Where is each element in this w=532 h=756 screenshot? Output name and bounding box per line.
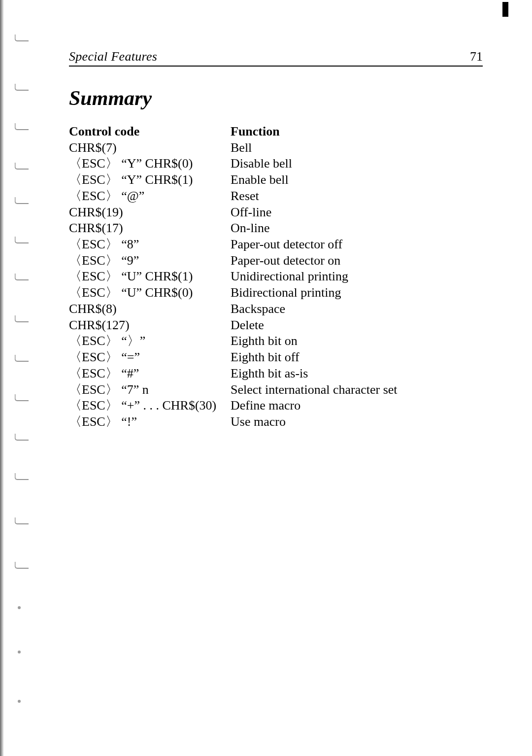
binding-mark bbox=[15, 274, 29, 280]
code-cell: CHR$(7) bbox=[69, 140, 222, 156]
func-cell: Off-line bbox=[231, 205, 483, 220]
func-cell: Reset bbox=[231, 188, 483, 204]
code-cell: 〈ESC〉 “#” bbox=[69, 366, 222, 381]
summary-table: Control code Function CHR$(7) Bell 〈ESC〉… bbox=[69, 124, 483, 430]
code-cell: 〈ESC〉 “!” bbox=[69, 414, 222, 430]
binding-mark bbox=[15, 562, 29, 569]
binding-mark bbox=[18, 700, 21, 703]
code-cell: CHR$(19) bbox=[69, 205, 222, 220]
scan-artifact-binding-marks bbox=[3, 0, 33, 756]
code-cell: 〈ESC〉 “U” CHR$(0) bbox=[69, 285, 222, 301]
binding-mark bbox=[15, 197, 29, 204]
code-cell: 〈ESC〉 “@” bbox=[69, 188, 222, 204]
page: Special Features 71 Summary Control code… bbox=[0, 0, 532, 756]
binding-mark bbox=[15, 123, 29, 130]
header-page-number: 71 bbox=[470, 49, 483, 64]
col-header-code: Control code bbox=[69, 124, 222, 139]
func-cell: On-line bbox=[231, 220, 483, 236]
func-cell: Define macro bbox=[231, 398, 483, 413]
func-cell: Disable bell bbox=[231, 156, 483, 172]
binding-mark bbox=[15, 355, 29, 362]
binding-mark bbox=[15, 237, 29, 243]
func-cell: Eighth bit on bbox=[231, 333, 483, 349]
func-cell: Eighth bit as-is bbox=[231, 366, 483, 381]
func-cell: Use macro bbox=[231, 414, 483, 430]
col-header-func: Function bbox=[231, 124, 483, 139]
code-cell: 〈ESC〉 “Y” CHR$(0) bbox=[69, 156, 222, 172]
func-cell: Select international character set bbox=[231, 382, 483, 398]
scan-artifact-binding-edge bbox=[0, 0, 4, 756]
binding-mark bbox=[15, 315, 29, 322]
binding-mark bbox=[15, 473, 29, 480]
func-cell: Paper-out detector on bbox=[231, 253, 483, 269]
func-cell: Delete bbox=[231, 317, 483, 333]
code-cell: 〈ESC〉 “7” n bbox=[69, 382, 222, 398]
header-section: Special Features bbox=[69, 49, 157, 64]
func-cell: Unidirectional printing bbox=[231, 269, 483, 284]
code-cell: 〈ESC〉 “9” bbox=[69, 253, 222, 269]
code-cell: 〈ESC〉 “〉” bbox=[69, 333, 222, 349]
binding-mark bbox=[15, 434, 29, 441]
binding-mark bbox=[18, 606, 21, 609]
code-cell: 〈ESC〉 “Y” CHR$(1) bbox=[69, 172, 222, 188]
binding-mark bbox=[15, 84, 29, 91]
binding-mark bbox=[15, 517, 29, 524]
func-cell: Bidirectional printing bbox=[231, 285, 483, 301]
scan-artifact-top-right bbox=[502, 2, 508, 17]
code-cell: CHR$(17) bbox=[69, 220, 222, 236]
section-title: Summary bbox=[69, 86, 483, 110]
func-cell: Enable bell bbox=[231, 172, 483, 188]
running-header: Special Features 71 bbox=[69, 49, 483, 67]
binding-mark bbox=[15, 163, 29, 170]
code-cell: 〈ESC〉 “+” . . . CHR$(30) bbox=[69, 398, 222, 413]
func-cell: Eighth bit off bbox=[231, 349, 483, 365]
binding-mark bbox=[15, 394, 29, 401]
binding-mark bbox=[15, 34, 29, 41]
code-cell: 〈ESC〉 “=” bbox=[69, 349, 222, 365]
binding-mark bbox=[18, 651, 21, 653]
func-cell: Bell bbox=[231, 140, 483, 156]
func-cell: Backspace bbox=[231, 301, 483, 317]
code-cell: 〈ESC〉 “8” bbox=[69, 237, 222, 252]
func-cell: Paper-out detector off bbox=[231, 237, 483, 252]
code-cell: CHR$(127) bbox=[69, 317, 222, 333]
code-cell: CHR$(8) bbox=[69, 301, 222, 317]
code-cell: 〈ESC〉 “U” CHR$(1) bbox=[69, 269, 222, 284]
